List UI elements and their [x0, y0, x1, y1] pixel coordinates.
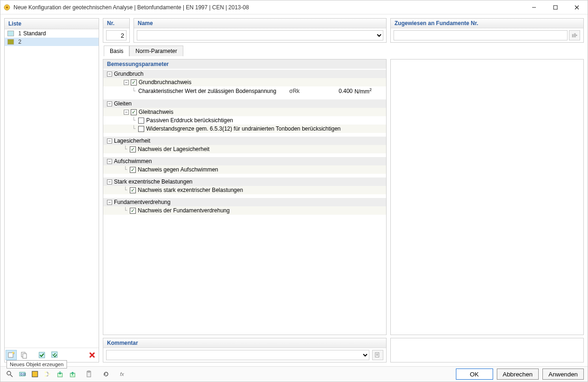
svg-text:0.00: 0.00 [20, 373, 26, 376]
param-group-title: Stark exzentrische Belastungen [114, 178, 193, 185]
tree-connector-icon: └ [132, 125, 135, 132]
list-item-label: Standard [23, 30, 46, 37]
tree-view-button[interactable] [42, 369, 53, 379]
param-group-header[interactable]: −Fundamentverdrehung [103, 198, 386, 206]
checkbox[interactable] [131, 79, 137, 86]
param-row: └Charakteristischer Wert der zulässigen … [103, 86, 386, 96]
nr-label: Nr. [103, 19, 129, 28]
param-row: −Gleitnachweis [103, 108, 386, 116]
clipboard-button[interactable] [84, 369, 95, 379]
param-label: Nachweis der Fundamentverdrehung [138, 207, 229, 214]
checkbox[interactable] [130, 146, 136, 152]
assign-label: Zugewiesen an Fundamente Nr. [391, 19, 583, 28]
collapse-icon[interactable]: − [107, 101, 112, 106]
units-button[interactable]: 0.00 [17, 369, 28, 379]
param-symbol: σRk [289, 88, 327, 94]
export-button[interactable] [67, 369, 78, 379]
minimize-button[interactable] [523, 0, 545, 14]
tree-connector-icon: └ [124, 207, 127, 214]
param-group-header[interactable]: −Grundbruch [103, 70, 386, 78]
tab-norm-parameter[interactable]: Norm-Parameter [129, 46, 183, 56]
list-header: Liste [5, 19, 99, 29]
param-group-title: Grundbruch [114, 71, 143, 77]
checkbox[interactable] [130, 187, 136, 193]
param-label: Nachweis stark exzentrischer Belastungen [138, 187, 243, 193]
svg-rect-14 [572, 34, 574, 37]
param-label: Widerstandsgrenze gem. 6.5.3(12) für und… [146, 125, 341, 132]
cancel-button[interactable]: Abbrechen [497, 369, 539, 380]
titlebar: Neue Konfiguration der geotechnischen An… [0, 0, 588, 14]
svg-text:fx: fx [120, 371, 124, 377]
param-group-header[interactable]: −Gleiten [103, 99, 386, 108]
param-group-header[interactable]: −Aufschwimmen [103, 157, 386, 165]
search-button[interactable] [4, 369, 15, 379]
parameter-tree: −Grundbruch−Grundbruchnachweis└Charakter… [103, 69, 386, 335]
config-list: 1 Standard 2 [5, 29, 99, 348]
collapse-icon[interactable]: − [124, 80, 129, 85]
svg-rect-25 [45, 371, 47, 373]
check-single-button[interactable] [36, 350, 47, 360]
param-row: └Widerstandsgrenze gem. 6.5.3(12) für un… [103, 125, 386, 133]
param-group-title: Fundamentverdrehung [114, 199, 170, 205]
checkbox[interactable] [138, 118, 144, 124]
tree-connector-icon: └ [124, 166, 127, 173]
svg-rect-31 [88, 371, 90, 372]
pick-foundations-button[interactable] [569, 30, 580, 40]
collapse-icon[interactable]: − [107, 72, 112, 77]
new-object-button[interactable] [6, 350, 17, 360]
tree-connector-icon: └ [132, 88, 135, 94]
param-group-header[interactable]: −Lagesicherheit [103, 137, 386, 145]
reset-button[interactable] [100, 369, 112, 379]
tree-connector-icon: └ [124, 187, 127, 193]
list-item[interactable]: 2 [5, 38, 99, 46]
comment-header: Kommentar [103, 338, 386, 348]
color-button[interactable] [29, 369, 40, 379]
list-item-num: 2 [16, 39, 21, 45]
svg-rect-27 [48, 373, 50, 375]
checkbox[interactable] [131, 109, 137, 115]
checkbox[interactable] [130, 167, 136, 173]
param-label: Charakteristischer Wert der zulässigen B… [138, 88, 289, 94]
param-label: Gleitnachweis [139, 109, 174, 115]
function-button[interactable]: fx [117, 369, 128, 379]
tree-connector-icon: └ [124, 146, 127, 152]
delete-button[interactable] [87, 350, 98, 360]
comment-select[interactable] [106, 350, 369, 360]
collapse-icon[interactable]: − [124, 110, 129, 115]
name-label: Name [134, 19, 386, 28]
import-button[interactable] [54, 369, 66, 379]
param-group-title: Lagesicherheit [114, 138, 150, 144]
comment-right-empty [390, 338, 584, 362]
list-item[interactable]: 1 Standard [5, 29, 99, 38]
param-row: −Grundbruchnachweis [103, 78, 386, 86]
collapse-icon[interactable]: − [107, 200, 112, 205]
svg-point-7 [12, 352, 14, 354]
params-section-title: Bemessungsparameter [103, 59, 386, 69]
check-all-button[interactable] [49, 350, 60, 360]
close-button[interactable] [566, 0, 588, 14]
collapse-icon[interactable]: − [107, 159, 112, 164]
nr-input[interactable] [106, 30, 127, 40]
collapse-icon[interactable]: − [107, 138, 112, 144]
param-group-title: Gleiten [114, 100, 132, 107]
maximize-button[interactable] [545, 0, 566, 14]
checkbox[interactable] [130, 208, 136, 214]
param-row: └Nachweis der Lagesicherheit [103, 145, 386, 153]
tab-basis[interactable]: Basis [104, 46, 129, 56]
svg-rect-6 [8, 353, 13, 357]
app-icon [3, 4, 11, 11]
param-group-header[interactable]: −Stark exzentrische Belastungen [103, 178, 386, 186]
collapse-icon[interactable]: − [107, 179, 112, 184]
name-select[interactable] [137, 30, 383, 40]
ok-button[interactable]: OK [456, 369, 493, 380]
comment-edit-button[interactable] [372, 350, 383, 360]
svg-point-20 [7, 371, 11, 375]
assign-input[interactable] [394, 30, 568, 40]
copy-object-button[interactable] [19, 350, 30, 360]
apply-button[interactable]: Anwenden [542, 369, 584, 380]
checkbox[interactable] [138, 126, 144, 132]
param-row: └Passiven Erddruck berücksichtigen [103, 116, 386, 125]
svg-rect-10 [39, 352, 45, 358]
preview-panel [390, 59, 584, 335]
param-value[interactable]: 0.400 [327, 88, 354, 94]
